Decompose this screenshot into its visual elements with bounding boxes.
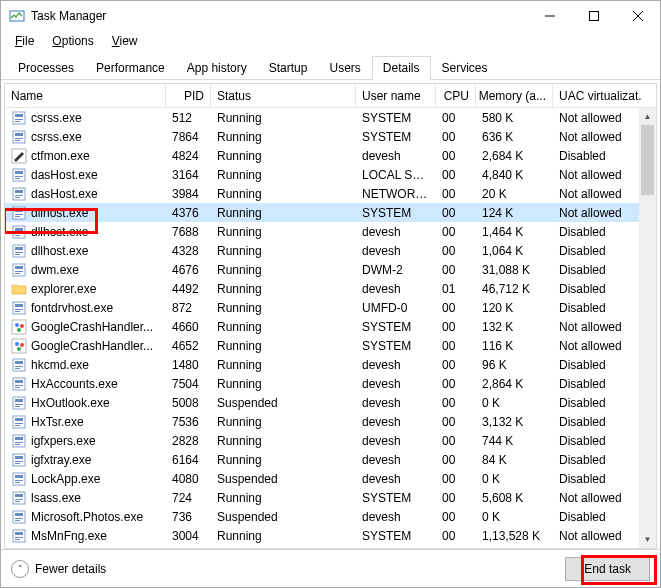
process-uac: Not allowed <box>553 187 641 201</box>
table-row[interactable]: igfxtray.exe6164Runningdevesh0084 KDisab… <box>5 450 656 469</box>
close-button[interactable] <box>616 1 660 31</box>
process-cpu: 00 <box>436 168 476 182</box>
process-status: Running <box>211 225 356 239</box>
process-cpu: 01 <box>436 282 476 296</box>
svg-rect-77 <box>15 482 20 483</box>
table-row[interactable]: HxAccounts.exe7504Runningdevesh002,864 K… <box>5 374 656 393</box>
menu-view[interactable]: View <box>104 32 146 50</box>
table-row[interactable]: LockApp.exe4080Suspendeddevesh000 KDisab… <box>5 469 656 488</box>
process-pid: 4376 <box>166 206 211 220</box>
process-memory: 96 K <box>476 358 553 372</box>
table-row[interactable]: hkcmd.exe1480Runningdevesh0096 KDisabled <box>5 355 656 374</box>
tab-users[interactable]: Users <box>318 56 371 80</box>
tab-details[interactable]: Details <box>372 56 431 80</box>
svg-rect-29 <box>15 235 20 236</box>
table-row[interactable]: dllhost.exe7688Runningdevesh001,464 KDis… <box>5 222 656 241</box>
svg-rect-23 <box>15 209 23 212</box>
process-user: SYSTEM <box>356 339 436 353</box>
scroll-thumb[interactable] <box>641 125 654 195</box>
process-status: Running <box>211 358 356 372</box>
process-cpu: 00 <box>436 301 476 315</box>
end-task-button[interactable]: End task <box>565 557 650 581</box>
minimize-button[interactable] <box>528 1 572 31</box>
header-name[interactable]: Name <box>5 84 166 107</box>
tab-startup[interactable]: Startup <box>258 56 319 80</box>
process-cpu: 00 <box>436 491 476 505</box>
process-uac: Disabled <box>553 263 641 277</box>
scroll-down-button[interactable]: ▼ <box>639 531 656 548</box>
table-row[interactable]: GoogleCrashHandler...4652RunningSYSTEM00… <box>5 336 656 355</box>
svg-rect-76 <box>15 480 23 481</box>
table-row[interactable]: dllhost.exe4376RunningSYSTEM00124 KNot a… <box>5 203 656 222</box>
table-row[interactable]: dllhost.exe4328Runningdevesh001,064 KDis… <box>5 241 656 260</box>
table-row[interactable]: igfxpers.exe2828Runningdevesh00744 KDisa… <box>5 431 656 450</box>
tab-performance[interactable]: Performance <box>85 56 176 80</box>
process-uac: Disabled <box>553 377 641 391</box>
process-name: lsass.exe <box>31 491 81 505</box>
svg-rect-7 <box>15 119 23 120</box>
svg-rect-71 <box>15 456 23 459</box>
process-icon <box>11 376 27 392</box>
process-icon <box>11 300 27 316</box>
table-row[interactable]: Microsoft.Photos.exe736Suspendeddevesh00… <box>5 507 656 526</box>
table-row[interactable]: fontdrvhost.exe872RunningUMFD-000120 KDi… <box>5 298 656 317</box>
vertical-scrollbar[interactable]: ▲ ▼ <box>639 108 656 548</box>
fewer-details-label: Fewer details <box>35 562 106 576</box>
process-pid: 7504 <box>166 377 211 391</box>
header-status[interactable]: Status <box>211 84 356 107</box>
process-icon <box>11 186 27 202</box>
process-name: Microsoft.Photos.exe <box>31 510 143 524</box>
svg-point-47 <box>15 342 19 346</box>
tab-services[interactable]: Services <box>431 56 499 80</box>
table-row[interactable]: dasHost.exe3164RunningLOCAL SE...004,840… <box>5 165 656 184</box>
chevron-up-icon: ˄ <box>11 560 29 578</box>
tab-app-history[interactable]: App history <box>176 56 258 80</box>
svg-rect-64 <box>15 423 23 424</box>
svg-rect-73 <box>15 463 20 464</box>
svg-rect-75 <box>15 475 23 478</box>
process-name: dasHost.exe <box>31 168 98 182</box>
header-username[interactable]: User name <box>356 84 436 107</box>
process-cpu: 00 <box>436 263 476 277</box>
menu-options[interactable]: Options <box>44 32 101 50</box>
header-pid[interactable]: PID <box>166 84 211 107</box>
table-row[interactable]: dasHost.exe3984RunningNETWORK...0020 KNo… <box>5 184 656 203</box>
process-user: devesh <box>356 396 436 410</box>
svg-rect-33 <box>15 254 20 255</box>
table-row[interactable]: MsMnFng.exe3004RunningSYSTEM001,13,528 K… <box>5 526 656 545</box>
tab-processes[interactable]: Processes <box>7 56 85 80</box>
process-status: Running <box>211 206 356 220</box>
process-icon <box>11 338 27 354</box>
process-uac: Not allowed <box>553 111 641 125</box>
scroll-track[interactable] <box>639 125 656 531</box>
column-headers: Name PID Status User name CPU Memory (a.… <box>5 84 656 108</box>
process-name: csrss.exe <box>31 111 82 125</box>
process-pid: 2828 <box>166 434 211 448</box>
table-row[interactable]: lsass.exe724RunningSYSTEM005,608 KNot al… <box>5 488 656 507</box>
header-uac[interactable]: UAC virtualizat... <box>553 84 641 107</box>
fewer-details-button[interactable]: ˄ Fewer details <box>11 560 106 578</box>
process-status: Running <box>211 111 356 125</box>
svg-rect-17 <box>15 178 20 179</box>
header-memory[interactable]: Memory (a... <box>476 84 553 107</box>
svg-rect-87 <box>15 532 23 535</box>
table-row[interactable]: explorer.exe4492Runningdevesh0146,712 KD… <box>5 279 656 298</box>
menu-file[interactable]: File <box>7 32 42 50</box>
table-row[interactable]: dwm.exe4676RunningDWM-20031,088 KDisable… <box>5 260 656 279</box>
table-row[interactable]: GoogleCrashHandler...4660RunningSYSTEM00… <box>5 317 656 336</box>
process-name: ctfmon.exe <box>31 149 90 163</box>
svg-rect-50 <box>13 359 25 371</box>
process-uac: Disabled <box>553 358 641 372</box>
maximize-button[interactable] <box>572 1 616 31</box>
table-row[interactable]: csrss.exe7864RunningSYSTEM00636 KNot all… <box>5 127 656 146</box>
table-row[interactable]: csrss.exe512RunningSYSTEM00580 KNot allo… <box>5 108 656 127</box>
scroll-up-button[interactable]: ▲ <box>639 108 656 125</box>
header-cpu[interactable]: CPU <box>436 84 476 107</box>
svg-rect-8 <box>15 121 20 122</box>
process-uac: Not allowed <box>553 491 641 505</box>
table-row[interactable]: ctfmon.exe4824Runningdevesh002,684 KDisa… <box>5 146 656 165</box>
table-row[interactable]: HxTsr.exe7536Runningdevesh003,132 KDisab… <box>5 412 656 431</box>
table-row[interactable]: HxOutlook.exe5008Suspendeddevesh000 KDis… <box>5 393 656 412</box>
process-name: dllhost.exe <box>31 225 88 239</box>
process-name: hkcmd.exe <box>31 358 89 372</box>
